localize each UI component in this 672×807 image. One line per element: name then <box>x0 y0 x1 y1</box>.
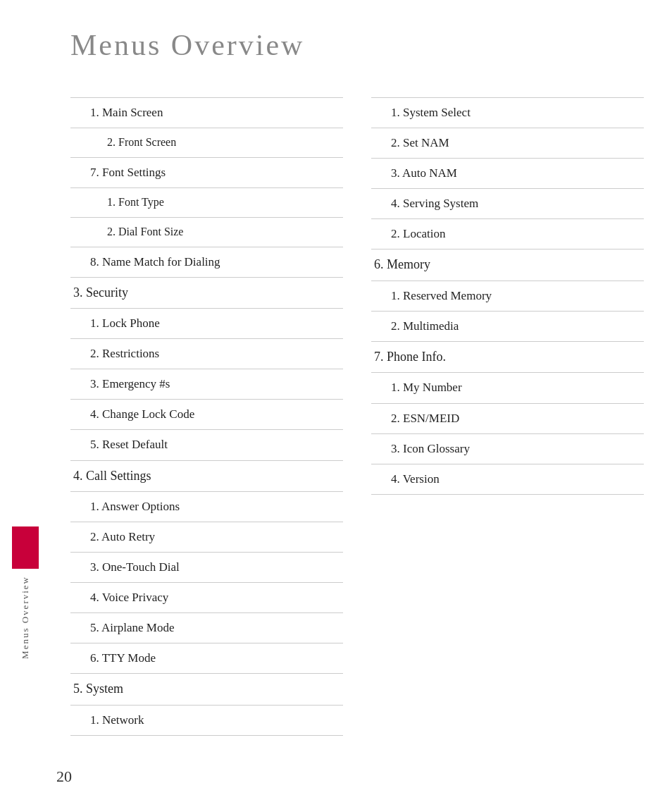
left-menu-section: 1. Main Screen2. Front Screen7. Font Set… <box>70 97 343 736</box>
sidebar-red-bar <box>12 526 39 569</box>
sidebar: Menus Overview <box>0 0 39 807</box>
page-number: 20 <box>56 768 72 786</box>
list-item: 4. Voice Privacy <box>70 583 343 613</box>
list-item: 2. Dial Font Size <box>70 218 343 247</box>
list-item: 3. Icon Glossary <box>371 434 644 464</box>
list-item: 2. Multimedia <box>371 312 644 342</box>
list-item: 4. Call Settings <box>70 461 343 492</box>
list-item: 4. Serving System <box>371 189 644 219</box>
list-item: 4. Change Lock Code <box>70 400 343 430</box>
list-item: 1. My Number <box>371 373 644 403</box>
list-item: 2. Set NAM <box>371 128 644 159</box>
list-item: 2. ESN/MEID <box>371 404 644 434</box>
list-item: 5. System <box>70 674 343 705</box>
list-item: 6. Memory <box>371 250 644 281</box>
sidebar-rotated-label: Menus Overview <box>20 569 31 666</box>
list-item: 5. Airplane Mode <box>70 613 343 643</box>
list-item: 1. System Select <box>371 98 644 128</box>
list-item: 5. Reset Default <box>70 430 343 460</box>
list-item: 8. Name Match for Dialing <box>70 247 343 278</box>
list-item: 1. Font Type <box>70 188 343 218</box>
list-item: 2. Location <box>371 219 644 250</box>
page-container: Menus Overview Menus Overview 1. Main Sc… <box>0 0 672 807</box>
list-item: 7. Phone Info. <box>371 342 644 373</box>
page-footer: 20 <box>42 768 644 786</box>
list-item: 3. Emergency #s <box>70 369 343 400</box>
right-column: 1. System Select2. Set NAM3. Auto NAM4. … <box>371 97 644 495</box>
list-item: 1. Reserved Memory <box>371 281 644 312</box>
list-item: 1. Answer Options <box>70 492 343 522</box>
list-item: 1. Lock Phone <box>70 309 343 339</box>
main-content: Menus Overview 1. Main Screen2. Front Sc… <box>42 0 672 807</box>
list-item: 1. Network <box>70 706 343 736</box>
list-item: 1. Main Screen <box>70 98 343 128</box>
left-column: 1. Main Screen2. Front Screen7. Font Set… <box>70 97 343 736</box>
footer-left: 20 <box>42 768 72 786</box>
sidebar-text-wrapper: Menus Overview <box>12 526 39 666</box>
page-title: Menus Overview <box>70 28 644 62</box>
list-item: 3. Auto NAM <box>371 159 644 189</box>
columns-wrapper: 1. Main Screen2. Front Screen7. Font Set… <box>70 97 644 736</box>
list-item: 2. Auto Retry <box>70 522 343 553</box>
right-menu-section: 1. System Select2. Set NAM3. Auto NAM4. … <box>371 97 644 495</box>
list-item: 3. One-Touch Dial <box>70 553 343 583</box>
list-item: 2. Front Screen <box>70 128 343 158</box>
list-item: 2. Restrictions <box>70 339 343 369</box>
list-item: 7. Font Settings <box>70 158 343 188</box>
list-item: 3. Security <box>70 278 343 309</box>
list-item: 4. Version <box>371 464 644 495</box>
list-item: 6. TTY Mode <box>70 643 343 674</box>
